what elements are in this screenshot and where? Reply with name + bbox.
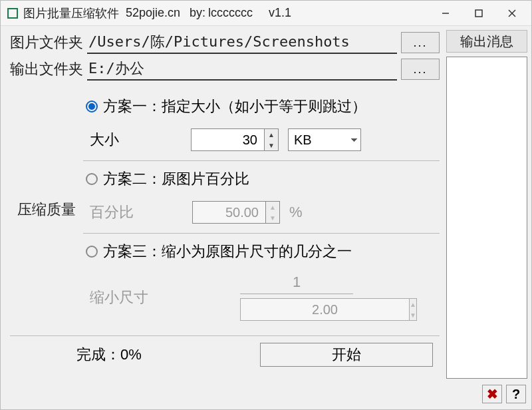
spin-up-icon[interactable]: ▲ [265, 129, 278, 140]
option1-group: 方案一：指定大小（如小于等于则跳过） 大小 ▲▼ KB [83, 89, 440, 161]
x-icon: ✖ [487, 386, 498, 402]
pct-label: 百分比 [90, 202, 134, 222]
option3-radio[interactable] [86, 246, 98, 258]
fraction-denominator-input [240, 298, 409, 321]
output-folder-input[interactable] [87, 58, 397, 81]
minimize-button[interactable] [429, 1, 462, 25]
maximize-icon [474, 9, 483, 18]
size-input[interactable] [191, 128, 264, 151]
app-icon [7, 8, 18, 19]
title-version: v1.1 [269, 6, 291, 20]
titlebar: 图片批量压缩软件 52pojie.cn by: lccccccc v1.1 [1, 1, 531, 26]
pct-input [192, 201, 265, 224]
help-button[interactable]: ? [506, 385, 526, 403]
fraction-numerator: 1 [240, 274, 353, 294]
maximize-button[interactable] [462, 1, 495, 25]
option1-radio[interactable] [86, 101, 98, 112]
quality-section: 压缩质量 方案一：指定大小（如小于等于则跳过） 大小 ▲▼ [10, 89, 440, 330]
output-browse-button[interactable]: ... [401, 59, 440, 80]
main-panel: 图片文件夹 ... 输出文件夹 ... 压缩质量 方案一：指定大小（如小于等于则… [1, 26, 446, 409]
source-folder-label: 图片文件夹 [10, 33, 83, 53]
clear-log-button[interactable]: ✖ [482, 385, 502, 403]
start-button[interactable]: 开始 [260, 343, 433, 367]
source-browse-button[interactable]: ... [401, 32, 440, 53]
close-button[interactable] [495, 1, 529, 25]
spin-up-icon: ▲ [410, 299, 416, 309]
output-folder-label: 输出文件夹 [10, 59, 83, 79]
option1-label: 方案一：指定大小（如小于等于则跳过） [103, 97, 366, 116]
app-window: 图片批量压缩软件 52pojie.cn by: lccccccc v1.1 图片… [0, 0, 532, 410]
size-spinner[interactable]: ▲▼ [191, 128, 279, 151]
spin-down-icon: ▼ [410, 309, 416, 320]
quality-section-label: 压缩质量 [10, 89, 83, 330]
close-icon [507, 9, 517, 18]
option2-radio[interactable] [86, 173, 98, 185]
size-label: 大小 [90, 130, 119, 150]
fraction-control: 1 ▲▼ [240, 274, 353, 321]
pct-spinner: ▲▼ [192, 201, 280, 224]
output-log[interactable] [446, 57, 527, 379]
output-folder-row: 输出文件夹 ... [10, 58, 440, 81]
output-log-header: 输出消息 [446, 30, 527, 53]
title-author-prefix: by: [190, 6, 205, 20]
spin-down-icon: ▼ [266, 212, 279, 223]
help-icon: ? [512, 387, 520, 402]
option2-label: 方案二：原图片百分比 [103, 169, 249, 189]
spin-down-icon[interactable]: ▼ [265, 140, 278, 150]
option3-label: 方案三：缩小为原图片尺寸的几分之一 [103, 242, 352, 262]
spin-up-icon: ▲ [266, 202, 279, 212]
title-author: lccccccc [208, 6, 253, 20]
option2-group: 方案二：原图片百分比 百分比 ▲▼ % [83, 161, 440, 234]
pct-unit: % [289, 204, 303, 221]
minimize-icon [441, 9, 450, 18]
title-site: 52pojie.cn [126, 6, 180, 20]
source-folder-input[interactable] [87, 31, 397, 54]
svg-rect-1 [475, 10, 482, 17]
option3-group: 方案三：缩小为原图片尺寸的几分之一 缩小尺寸 1 ▲▼ [83, 234, 440, 330]
unit-select[interactable]: KB [288, 128, 361, 151]
title-app-name: 图片批量压缩软件 [23, 5, 119, 21]
progress-label: 完成：0% [10, 345, 142, 365]
side-panel: 输出消息 ✖ ? [446, 26, 531, 409]
source-folder-row: 图片文件夹 ... [10, 31, 440, 54]
footer-row: 完成：0% 开始 [10, 335, 440, 367]
shrink-label: 缩小尺寸 [90, 288, 148, 308]
